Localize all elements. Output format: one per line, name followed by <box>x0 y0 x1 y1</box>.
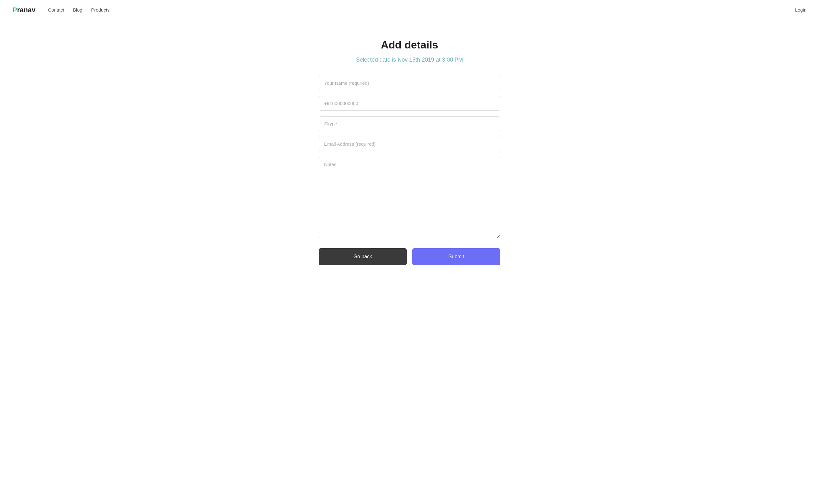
email-group <box>319 137 500 151</box>
notes-group <box>319 157 500 239</box>
nav-link-contact[interactable]: Contact <box>48 7 64 13</box>
skype-group <box>319 116 500 131</box>
page-title: Add details <box>319 39 500 51</box>
logo-link[interactable]: Pranav <box>13 6 35 14</box>
submit-button[interactable]: Submit <box>412 248 500 265</box>
logo-accent: P <box>13 6 17 14</box>
navbar: Pranav Contact Blog Products Login <box>0 0 819 20</box>
page-container: Add details Selected date is Nov 15th 20… <box>312 20 507 290</box>
logo-text: ranav <box>17 6 36 14</box>
skype-input[interactable] <box>319 116 500 131</box>
email-input[interactable] <box>319 137 500 151</box>
details-form: Go back Submit <box>319 76 500 265</box>
name-input[interactable] <box>319 76 500 90</box>
nav-links: Contact Blog Products <box>48 7 795 13</box>
nav-link-products[interactable]: Products <box>91 7 109 13</box>
phone-input[interactable] <box>319 96 500 111</box>
phone-group <box>319 96 500 111</box>
go-back-button[interactable]: Go back <box>319 248 407 265</box>
form-buttons: Go back Submit <box>319 248 500 265</box>
name-group <box>319 76 500 90</box>
page-subtitle: Selected date is Nov 15th 2019 at 3:00 P… <box>319 57 500 63</box>
login-link[interactable]: Login <box>795 7 806 13</box>
nav-link-blog[interactable]: Blog <box>73 7 82 13</box>
notes-textarea[interactable] <box>319 157 500 238</box>
